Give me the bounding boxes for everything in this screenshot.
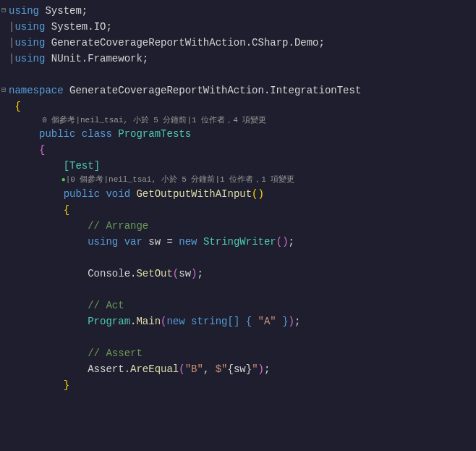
codelens-text: 0 個參考|neil_tsai, 小於 5 分鐘前|1 位作者，4 項變更: [42, 116, 266, 125]
namespace-ref: NUnit.Framework: [51, 53, 143, 64]
keyword: using: [14, 21, 45, 33]
method-call: SetOut: [136, 268, 172, 279]
string-literal: ": [252, 363, 258, 375]
code-line[interactable]: ⊟using System;: [0, 3, 476, 19]
method-call: Main: [136, 316, 161, 327]
variable: sw: [179, 268, 191, 279]
code-line[interactable]: // Assert: [0, 345, 476, 361]
blank-line[interactable]: [0, 250, 476, 266]
namespace-ref: GenerateCoverageReportWithAction.CSharp.…: [51, 37, 319, 49]
namespace-ref: System.IO: [51, 21, 106, 33]
code-line[interactable]: {: [0, 202, 476, 218]
keyword: public: [39, 128, 75, 140]
class-name: ProgramTests: [118, 128, 191, 140]
comment: // Act: [88, 300, 124, 311]
attribute: [Test]: [64, 160, 100, 172]
code-line[interactable]: {: [0, 142, 476, 158]
string-literal: "A": [258, 316, 276, 327]
class-ref: Assert: [88, 363, 124, 375]
code-line[interactable]: // Arrange: [0, 218, 476, 234]
fold-icon[interactable]: ⊟: [0, 83, 7, 98]
code-line[interactable]: // Act: [0, 298, 476, 313]
blank-line[interactable]: [0, 67, 476, 83]
string-literal: "B": [185, 363, 203, 375]
method-name: GetOutputWithAInput: [136, 188, 252, 200]
keyword: using: [14, 53, 45, 64]
code-line[interactable]: using var sw = new StringWriter();: [0, 234, 476, 250]
code-line[interactable]: [Test]: [0, 158, 476, 174]
method-call: AreEqual: [130, 363, 179, 375]
keyword: var: [124, 236, 143, 248]
code-line[interactable]: }: [0, 377, 476, 393]
code-line[interactable]: public class ProgramTests: [0, 126, 476, 142]
blank-line[interactable]: [0, 282, 476, 298]
namespace-ref: System: [45, 5, 81, 17]
code-line[interactable]: |using GenerateCoverageReportWithAction.…: [0, 35, 476, 51]
variable: sw: [234, 363, 246, 375]
keyword: using: [88, 236, 118, 248]
comment: // Arrange: [88, 220, 148, 232]
operator: =: [166, 236, 172, 248]
class-ref: StringWriter: [203, 236, 276, 248]
code-line[interactable]: Assert.AreEqual("B", $"{sw}");: [0, 361, 476, 377]
code-editor[interactable]: ⊟using System; |using System.IO; |using …: [0, 0, 476, 396]
code-line[interactable]: Console.SetOut(sw);: [0, 266, 476, 282]
variable: sw: [148, 236, 161, 248]
keyword: using: [14, 37, 45, 49]
class-ref: Console: [88, 268, 130, 279]
code-line[interactable]: |using NUnit.Framework;: [0, 51, 476, 67]
code-line[interactable]: |using System.IO;: [0, 19, 476, 35]
blank-line[interactable]: [0, 329, 476, 345]
keyword: using: [9, 5, 39, 17]
code-line[interactable]: public void GetOutputWithAInput(): [0, 186, 476, 202]
interp-brace: }: [246, 363, 252, 375]
code-line[interactable]: ⊟namespace GenerateCoverageReportWithAct…: [0, 83, 476, 98]
fold-icon[interactable]: ⊟: [0, 3, 7, 19]
code-line[interactable]: {: [0, 98, 476, 114]
keyword: class: [82, 128, 112, 140]
string-literal: $": [216, 363, 228, 375]
code-line[interactable]: Program.Main(new string[] { "A" });: [0, 313, 476, 329]
keyword: string: [191, 316, 227, 327]
keyword: new: [166, 316, 184, 327]
keyword: public: [64, 188, 100, 200]
keyword: void: [106, 188, 130, 200]
comment: // Assert: [88, 347, 143, 359]
interp-brace: {: [228, 363, 234, 375]
codelens[interactable]: 0 個參考|neil_tsai, 小於 5 分鐘前|1 位作者，4 項變更: [0, 114, 476, 126]
namespace-name: GenerateCoverageReportWithAction.Integra…: [69, 85, 361, 96]
codelens[interactable]: ●|0 個參考|neil_tsai, 小於 5 分鐘前|1 位作者，1 項變更: [0, 174, 476, 186]
keyword: namespace: [9, 85, 64, 96]
keyword: new: [179, 236, 197, 248]
codelens-text: |0 個參考|neil_tsai, 小於 5 分鐘前|1 位作者，1 項變更: [66, 175, 295, 184]
class-ref: Program: [88, 316, 130, 327]
